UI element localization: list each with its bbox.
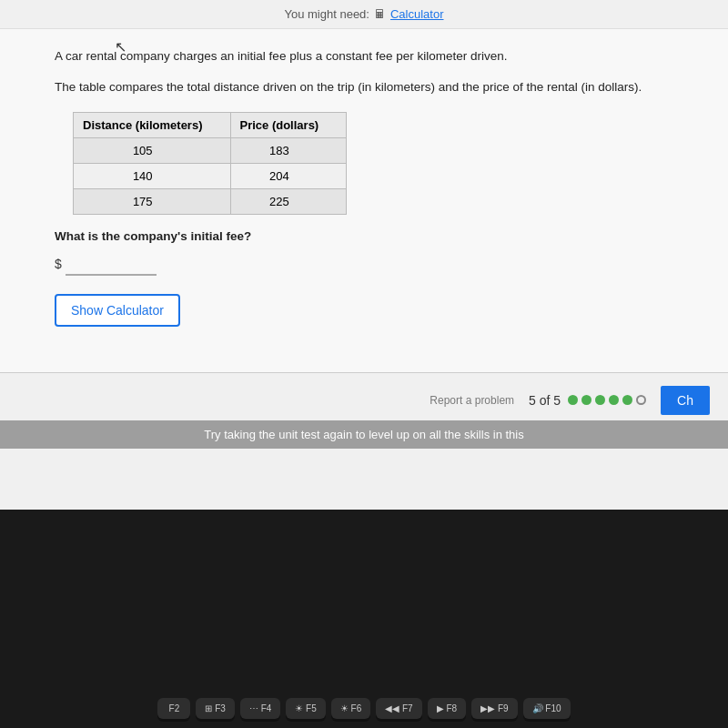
- col1-header: Distance (kilometers): [74, 112, 231, 137]
- data-table: Distance (kilometers) Price (dollars) 10…: [73, 112, 347, 215]
- problem-sentence-1: A car rental company charges an initial …: [55, 47, 673, 66]
- calculator-label: Calculator: [390, 7, 444, 21]
- keyboard-key[interactable]: ⊞ F3: [196, 698, 234, 719]
- keyboard-key[interactable]: F2: [157, 698, 190, 719]
- progress-dot: [636, 395, 646, 405]
- keyboard-key[interactable]: 🔊 F10: [523, 698, 571, 719]
- keyboard-area: F2⊞ F3⋯ F4☀ F5☀ F6◀◀ F7▶ F8▶▶ F9🔊 F10: [0, 510, 728, 728]
- bottom-bar: Report a problem 5 of 5 Ch: [0, 380, 728, 420]
- show-calculator-button[interactable]: Show Calculator: [55, 294, 180, 327]
- divider: [0, 372, 728, 373]
- keyboard-row: F2⊞ F3⋯ F4☀ F5☀ F6◀◀ F7▶ F8▶▶ F9🔊 F10: [157, 698, 570, 719]
- dollar-sign: $: [55, 257, 62, 271]
- problem-sentence-2: The table compares the total distance dr…: [55, 78, 673, 96]
- progress-dot: [609, 395, 619, 405]
- keyboard-key[interactable]: ⋯ F4: [240, 698, 280, 719]
- you-might-need-text: You might need:: [284, 7, 369, 21]
- calculator-link[interactable]: You might need: 🖩 Calculator: [284, 7, 443, 21]
- price-cell: 225: [230, 188, 347, 214]
- answer-input[interactable]: [66, 252, 157, 276]
- unit-test-bar: Try taking the unit test again to level …: [0, 420, 728, 449]
- report-link[interactable]: Report a problem: [430, 394, 514, 407]
- check-button[interactable]: Ch: [661, 386, 710, 415]
- progress-dot: [622, 395, 632, 405]
- answer-row: $: [55, 252, 673, 276]
- keyboard-key[interactable]: ☀ F5: [286, 698, 325, 719]
- data-table-container: Distance (kilometers) Price (dollars) 10…: [73, 112, 673, 215]
- price-cell: 204: [230, 163, 347, 188]
- question-text: What is the company's initial fee?: [55, 229, 673, 243]
- distance-cell: 175: [74, 188, 231, 214]
- keyboard-key[interactable]: ◀◀ F7: [376, 698, 421, 719]
- progress-dot: [568, 395, 578, 405]
- unit-test-text: Try taking the unit test again to level …: [204, 428, 523, 441]
- progress-label: 5 of 5: [529, 393, 561, 408]
- progress-dot: [581, 395, 592, 405]
- col2-header: Price (dollars): [230, 112, 347, 137]
- distance-cell: 140: [74, 163, 231, 188]
- calculator-icon: 🖩: [374, 7, 386, 21]
- dots-container: [568, 395, 646, 405]
- keyboard-key[interactable]: ▶ F8: [428, 698, 466, 719]
- progress-dot: [595, 395, 605, 405]
- keyboard-key[interactable]: ▶▶ F9: [471, 698, 517, 719]
- price-cell: 183: [230, 137, 347, 163]
- distance-cell: 105: [74, 137, 231, 163]
- table-row: 105 183: [74, 137, 347, 163]
- table-row: 175 225: [74, 188, 347, 214]
- progress-area: 5 of 5: [529, 393, 646, 408]
- main-content: A car rental company charges an initial …: [0, 29, 728, 372]
- table-row: 140 204: [74, 163, 347, 188]
- top-bar: You might need: 🖩 Calculator: [0, 0, 728, 29]
- keyboard-key[interactable]: ☀ F6: [331, 698, 370, 719]
